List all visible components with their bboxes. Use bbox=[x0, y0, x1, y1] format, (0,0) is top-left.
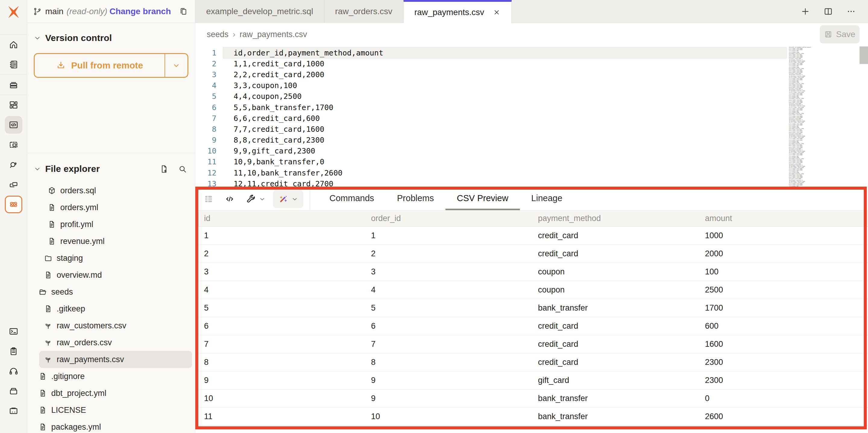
editor-line-4[interactable]: 43,3,coupon,100 bbox=[195, 80, 868, 91]
table-row-7: 77credit_card1600 bbox=[195, 335, 868, 353]
chevron-down-icon[interactable] bbox=[34, 165, 41, 172]
version-control-header[interactable]: Version control bbox=[27, 30, 195, 47]
new-file-icon[interactable] bbox=[159, 164, 169, 174]
split-view-icon[interactable] bbox=[824, 7, 833, 16]
editor-line-7[interactable]: 76,6,credit_card,600 bbox=[195, 113, 868, 124]
file-item-profit-yml[interactable]: profit.yml bbox=[27, 216, 195, 233]
editor-minimap[interactable]: id,order_id,payment_method,amount 1,1,cr… bbox=[789, 47, 852, 187]
file-item-orders-sql[interactable]: orders.sql bbox=[27, 182, 195, 199]
code-editor-icon bbox=[5, 116, 22, 134]
editor-tab-example-develop-metric-sql[interactable]: example_develop_metric.sql bbox=[195, 0, 324, 23]
terminal-rail-button[interactable] bbox=[0, 321, 27, 341]
search-icon[interactable] bbox=[178, 164, 187, 174]
file-name: overview.md bbox=[57, 270, 102, 280]
panel-tab-commands[interactable]: Commands bbox=[318, 187, 385, 210]
code-toolbar-button[interactable] bbox=[221, 190, 238, 208]
editor-line-11[interactable]: 1110,9,bank_transfer,0 bbox=[195, 156, 868, 167]
table-toolbar-button[interactable] bbox=[200, 190, 217, 208]
file-item-raw-orders-csv[interactable]: raw_orders.csv bbox=[27, 334, 195, 351]
home-icon bbox=[5, 36, 22, 53]
stack-icon bbox=[5, 76, 22, 93]
panel-tab-problems[interactable]: Problems bbox=[385, 187, 445, 210]
file-name: staging bbox=[57, 254, 83, 263]
line-content: 4,4,coupon,2500 bbox=[234, 92, 302, 101]
icon-rail bbox=[0, 0, 27, 433]
data-search-rail-button[interactable] bbox=[0, 155, 27, 175]
change-branch-link[interactable]: Change branch bbox=[110, 7, 171, 16]
file-item-license[interactable]: LICENSE bbox=[27, 402, 195, 418]
line-content: 11,10,bank_transfer,2600 bbox=[234, 169, 342, 177]
notebook-rail-button[interactable] bbox=[0, 55, 27, 75]
pull-from-remote-button[interactable]: Pull from remote bbox=[34, 53, 188, 78]
line-number: 10 bbox=[195, 147, 216, 155]
layers-rail-button[interactable] bbox=[0, 381, 27, 401]
file-item-seeds[interactable]: seeds bbox=[27, 284, 195, 300]
file-item-raw-customers-csv[interactable]: raw_customers.csv bbox=[27, 317, 195, 334]
editor-tab-raw-payments-csv[interactable]: raw_payments.csv bbox=[404, 0, 512, 23]
line-number: 7 bbox=[195, 114, 216, 123]
table-cell: 9 bbox=[204, 376, 371, 385]
editor-tab-raw-orders-csv[interactable]: raw_orders.csv bbox=[324, 0, 404, 23]
file-item-orders-yml[interactable]: orders.yml bbox=[27, 199, 195, 216]
pull-options-caret[interactable] bbox=[164, 54, 187, 77]
editor-line-13[interactable]: 1312,11,credit_card,2700 bbox=[195, 178, 868, 187]
copy-icon[interactable] bbox=[179, 7, 188, 16]
headset-rail-button[interactable] bbox=[0, 361, 27, 381]
new-tab-icon[interactable] bbox=[801, 7, 810, 16]
clipboard-rail-button[interactable] bbox=[0, 341, 27, 361]
app-window-rail-button[interactable] bbox=[0, 135, 27, 155]
editor-lines[interactable]: 1id,order_id,payment_method,amount21,1,c… bbox=[195, 47, 868, 187]
editor-line-3[interactable]: 32,2,credit_card,2000 bbox=[195, 69, 868, 80]
table-cell: 2000 bbox=[705, 249, 868, 258]
layout-rail-button[interactable] bbox=[0, 95, 27, 115]
file-explorer-header[interactable]: File explorer bbox=[27, 161, 195, 177]
home-rail-button[interactable] bbox=[0, 35, 27, 55]
file-item-staging[interactable]: staging bbox=[27, 250, 195, 266]
ai-assistant-rail-button[interactable] bbox=[0, 195, 27, 214]
table-cell: bank_transfer bbox=[538, 304, 705, 313]
file-item-packages-yml[interactable]: packages.yml bbox=[27, 418, 195, 433]
chevron-down-icon[interactable] bbox=[34, 34, 41, 41]
panel-tab-csv-preview[interactable]: CSV Preview bbox=[445, 187, 520, 210]
pull-from-remote-main[interactable]: Pull from remote bbox=[35, 54, 164, 77]
table-cell: 2300 bbox=[705, 357, 868, 367]
file-item-overview-md[interactable]: overview.md bbox=[27, 266, 195, 284]
editor-line-6[interactable]: 65,5,bank_transfer,1700 bbox=[195, 102, 868, 113]
editor-line-5[interactable]: 54,4,coupon,2500 bbox=[195, 91, 868, 102]
wrench-toolbar-button[interactable] bbox=[242, 190, 269, 208]
code-editor-rail-button[interactable] bbox=[0, 115, 27, 135]
paradime-logo bbox=[0, 0, 27, 34]
table-cell: 600 bbox=[705, 321, 868, 331]
more-options-icon[interactable] bbox=[846, 7, 856, 16]
file-item--gitkeep[interactable]: .gitkeep bbox=[27, 300, 195, 317]
editor-scrollbar-thumb[interactable] bbox=[860, 47, 868, 64]
column-header-payment_method: payment_method bbox=[538, 214, 705, 223]
editor-line-9[interactable]: 98,8,credit_card,2300 bbox=[195, 135, 868, 146]
file-doc-icon bbox=[48, 220, 56, 229]
editor-line-8[interactable]: 87,7,credit_card,1600 bbox=[195, 124, 868, 135]
close-icon[interactable] bbox=[493, 8, 501, 16]
line-content: 2,2,credit_card,2000 bbox=[234, 70, 324, 79]
line-number: 8 bbox=[195, 125, 216, 134]
table-cell: 6 bbox=[371, 321, 538, 331]
line-content: 8,8,credit_card,2300 bbox=[234, 136, 324, 144]
table-cell: 2 bbox=[204, 249, 371, 258]
file-item--gitignore[interactable]: .gitignore bbox=[27, 368, 195, 385]
file-name: seeds bbox=[51, 287, 73, 297]
windows-rail-button[interactable] bbox=[0, 175, 27, 195]
file-item-dbt-project-yml[interactable]: dbt_project.yml bbox=[27, 385, 195, 402]
editor-line-1[interactable]: 1id,order_id,payment_method,amount bbox=[195, 47, 868, 58]
line-number: 6 bbox=[195, 103, 216, 112]
storage-rail-button[interactable] bbox=[0, 401, 27, 421]
code-editor[interactable]: 1id,order_id,payment_method,amount21,1,c… bbox=[195, 46, 868, 187]
table-cell: 5 bbox=[204, 304, 371, 313]
file-item-revenue-yml[interactable]: revenue.yml bbox=[27, 233, 195, 250]
magic-wand-toolbar-button[interactable] bbox=[273, 190, 303, 208]
panel-tab-lineage[interactable]: Lineage bbox=[520, 187, 574, 210]
stack-rail-button[interactable] bbox=[0, 75, 27, 95]
save-button[interactable]: Save bbox=[820, 25, 860, 44]
editor-line-12[interactable]: 1211,10,bank_transfer,2600 bbox=[195, 167, 868, 178]
file-item-raw-payments-csv[interactable]: raw_payments.csv bbox=[39, 351, 192, 368]
editor-line-2[interactable]: 21,1,credit_card,1000 bbox=[195, 58, 868, 69]
editor-line-10[interactable]: 109,9,gift_card,2300 bbox=[195, 146, 868, 156]
